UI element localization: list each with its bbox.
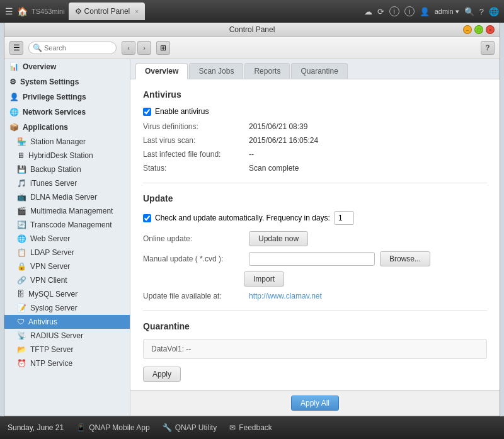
content-area: Overview Scan Jobs Reports Quarantine An… <box>130 59 500 416</box>
help-button[interactable]: ? <box>481 41 495 55</box>
tab-scan-jobs[interactable]: Scan Jobs <box>189 63 243 79</box>
top-bar: ☰ 🏠 TS453mini ⚙ Control Panel × ☁ ⟳ i i … <box>0 0 504 23</box>
sidebar-item-backup-station[interactable]: 💾 Backup Station <box>4 162 130 176</box>
sidebar-item-ldap[interactable]: 📋 LDAP Server <box>4 246 130 259</box>
status-label: Status: <box>143 164 244 173</box>
dlna-icon: 📺 <box>17 193 26 202</box>
web-server-icon: 🌐 <box>17 234 26 243</box>
feedback-icon: ✉ <box>229 423 236 432</box>
tab-reports[interactable]: Reports <box>244 63 290 79</box>
sidebar-item-mysql[interactable]: 🗄 MySQL Server <box>4 287 130 301</box>
sidebar-item-ntp[interactable]: ⏰ NTP Service <box>4 356 130 370</box>
control-panel-tab[interactable]: ⚙ Control Panel × <box>69 3 146 20</box>
last-infected-label: Last infected file found: <box>143 150 244 159</box>
vpn-server-label: VPN Server <box>30 262 70 271</box>
sidebar-item-vpn-server[interactable]: 🔒 VPN Server <box>4 259 130 273</box>
divider-2 <box>143 311 487 311</box>
update-now-button[interactable]: Update now <box>249 231 308 246</box>
sidebar-item-network-services[interactable]: 🌐 Network Services <box>4 105 130 120</box>
sidebar-item-syslog[interactable]: 📝 Syslog Server <box>4 301 130 315</box>
sidebar-toggle-button[interactable]: ☰ <box>9 41 23 55</box>
import-button[interactable]: Import <box>244 271 284 287</box>
grid-view-button[interactable]: ⊞ <box>156 41 170 55</box>
import-row: Import <box>143 271 487 287</box>
control-panel-window: Control Panel – □ × ☰ 🔍 ‹ › ⊞ ? <box>4 23 500 416</box>
mysql-label: MySQL Server <box>28 290 77 299</box>
virus-def-value: 2015/06/21 08:39 <box>249 122 307 131</box>
help-top-icon[interactable]: ? <box>479 7 484 16</box>
back-button[interactable]: ‹ <box>122 41 135 55</box>
overview-icon: 📊 <box>9 62 19 71</box>
tftp-label: TFTP Server <box>30 345 73 354</box>
admin-label[interactable]: admin ▾ <box>435 8 459 16</box>
syslog-label: Syslog Server <box>30 304 77 312</box>
sidebar: 📊 Overview ⚙ System Settings 👤 Privilege… <box>4 59 130 416</box>
tab-overview[interactable]: Overview <box>135 63 188 79</box>
apply-button[interactable]: Apply <box>143 367 181 382</box>
hybriddesk-icon: 🖥 <box>17 151 25 160</box>
clamav-link[interactable]: http://www.clamav.net <box>249 292 322 300</box>
window-body: 📊 Overview ⚙ System Settings 👤 Privilege… <box>4 59 500 416</box>
sidebar-item-multimedia[interactable]: 🎬 Multimedia Management <box>4 204 130 218</box>
virus-def-row: Virus definitions: 2015/06/21 08:39 <box>143 122 487 131</box>
qnap-utility-item[interactable]: 🔧 QNAP Utility <box>163 423 217 432</box>
forward-button[interactable]: › <box>137 41 151 55</box>
sidebar-item-applications[interactable]: 📦 Applications <box>4 120 130 135</box>
status-date: Sunday, June 21 <box>8 423 64 432</box>
sidebar-item-system-settings[interactable]: ⚙ System Settings <box>4 74 130 89</box>
close-button[interactable]: × <box>486 25 495 34</box>
last-scan-value: 2015/06/21 16:05:24 <box>249 136 318 145</box>
search-input[interactable] <box>44 44 112 52</box>
user-icon[interactable]: 👤 <box>420 7 430 16</box>
sidebar-item-web-server[interactable]: 🌐 Web Server <box>4 232 130 246</box>
feedback-item[interactable]: ✉ Feedback <box>229 423 272 432</box>
sidebar-item-itunes-server[interactable]: 🎵 iTunes Server <box>4 176 130 190</box>
sidebar-item-dlna[interactable]: 📺 DLNA Media Server <box>4 190 130 204</box>
divider-1 <box>143 183 487 183</box>
online-update-row: Online update: Update now <box>143 231 487 246</box>
sidebar-item-hybriddesk[interactable]: 🖥 HybridDesk Station <box>4 149 130 162</box>
apply-all-button[interactable]: Apply All <box>291 396 339 411</box>
tab-close-icon[interactable]: × <box>135 8 139 15</box>
status-row: Status: Scan complete <box>143 164 487 173</box>
maximize-button[interactable]: □ <box>474 25 483 34</box>
auto-update-checkbox[interactable] <box>143 214 151 222</box>
search-box[interactable]: 🔍 <box>28 42 117 54</box>
info-icon[interactable]: i <box>389 6 399 16</box>
tabs-bar: Overview Scan Jobs Reports Quarantine <box>130 59 500 79</box>
globe-icon[interactable]: 🌐 <box>489 7 499 16</box>
sidebar-item-radius[interactable]: 📡 RADIUS Server <box>4 329 130 343</box>
antivirus-label: Antivirus <box>28 317 57 326</box>
cloud-icon[interactable]: ☁ <box>364 7 372 16</box>
sidebar-item-vpn-client[interactable]: 🔗 VPN Client <box>4 273 130 287</box>
radius-label: RADIUS Server <box>30 331 83 340</box>
online-update-label: Online update: <box>143 234 244 243</box>
enable-antivirus-checkbox[interactable] <box>143 108 151 116</box>
notification-icon[interactable]: i <box>404 6 415 16</box>
sidebar-item-privilege-settings[interactable]: 👤 Privilege Settings <box>4 89 130 105</box>
sidebar-item-overview[interactable]: 📊 Overview <box>4 59 130 74</box>
window-title: Control Panel <box>229 25 275 34</box>
overview-label: Overview <box>23 62 56 71</box>
content-scroll: Antivirus Enable antivirus Virus definit… <box>130 79 500 390</box>
utility-icon: 🔧 <box>163 423 172 432</box>
tab-quarantine[interactable]: Quarantine <box>291 63 347 79</box>
minimize-button[interactable]: – <box>463 25 472 34</box>
sidebar-item-transcode[interactable]: 🔄 Transcode Management <box>4 218 130 232</box>
refresh-icon[interactable]: ⟳ <box>377 7 384 16</box>
home-icon[interactable]: 🏠 <box>17 6 28 16</box>
manual-update-input[interactable] <box>249 252 375 266</box>
feedback-label: Feedback <box>239 423 272 432</box>
sidebar-item-antivirus[interactable]: 🛡 Antivirus <box>4 315 130 329</box>
browse-button[interactable]: Browse... <box>380 251 430 266</box>
status-value: Scan complete <box>249 164 299 173</box>
qnap-mobile-app-item[interactable]: 📱 QNAP Mobile App <box>76 423 150 432</box>
sidebar-item-tftp[interactable]: 📂 TFTP Server <box>4 343 130 356</box>
network-icon: 🌐 <box>9 108 19 117</box>
menu-icon[interactable]: ☰ <box>5 6 13 16</box>
frequency-input[interactable] <box>334 211 354 225</box>
sidebar-item-station-manager[interactable]: 🏪 Station Manager <box>4 135 130 149</box>
search-icon[interactable]: 🔍 <box>464 7 474 16</box>
multimedia-icon: 🎬 <box>17 207 26 215</box>
update-section-title: Update <box>143 193 487 203</box>
